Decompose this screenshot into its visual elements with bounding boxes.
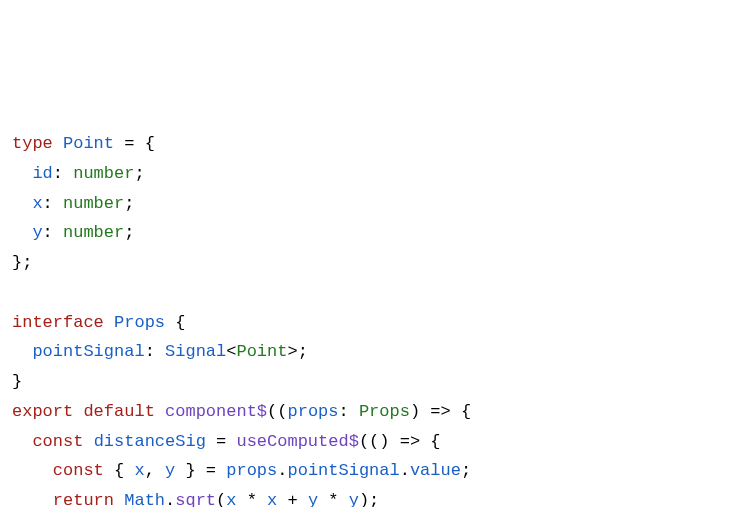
type-number: number xyxy=(73,164,134,183)
punct: = { xyxy=(114,134,155,153)
ref-pointsignal: pointSignal xyxy=(287,461,399,480)
type-number: number xyxy=(63,194,124,213)
fn-usecomputed: useComputed$ xyxy=(236,432,358,451)
interface-name-props: Props xyxy=(114,313,165,332)
ref-x: x xyxy=(267,491,277,507)
keyword-default: default xyxy=(83,402,154,421)
code-block: type Point = { id: number; x: number; y:… xyxy=(12,129,718,507)
keyword-type: type xyxy=(12,134,53,153)
code-line-9: } xyxy=(12,367,718,397)
destruct-y: y xyxy=(165,461,175,480)
var-distancesig: distanceSig xyxy=(94,432,206,451)
ref-y: y xyxy=(349,491,359,507)
code-line-12: const { x, y } = props.pointSignal.value… xyxy=(12,456,718,486)
keyword-interface: interface xyxy=(12,313,104,332)
ref-props: props xyxy=(226,461,277,480)
code-line-4: y: number; xyxy=(12,218,718,248)
code-line-7: interface Props { xyxy=(12,308,718,338)
type-signal: Signal xyxy=(165,342,226,361)
ref-value: value xyxy=(410,461,461,480)
prop-y: y xyxy=(32,223,42,242)
keyword-const: const xyxy=(53,461,104,480)
code-line-10: export default component$((props: Props)… xyxy=(12,397,718,427)
code-line-2: id: number; xyxy=(12,159,718,189)
keyword-return: return xyxy=(53,491,114,507)
param-props: props xyxy=(287,402,338,421)
keyword-export: export xyxy=(12,402,73,421)
prop-x: x xyxy=(32,194,42,213)
code-line-8: pointSignal: Signal<Point>; xyxy=(12,337,718,367)
prop-id: id xyxy=(32,164,52,183)
type-props-ref: Props xyxy=(359,402,410,421)
fn-component: component$ xyxy=(165,402,267,421)
destruct-x: x xyxy=(134,461,144,480)
code-line-3: x: number; xyxy=(12,189,718,219)
code-line-5: }; xyxy=(12,248,718,278)
code-line-1: type Point = { xyxy=(12,129,718,159)
ref-math: Math xyxy=(124,491,165,507)
code-line-11: const distanceSig = useComputed$(() => { xyxy=(12,427,718,457)
ref-x: x xyxy=(226,491,236,507)
type-point-ref: Point xyxy=(236,342,287,361)
code-line-6 xyxy=(12,278,718,308)
ref-y: y xyxy=(308,491,318,507)
code-line-13: return Math.sqrt(x * x + y * y); xyxy=(12,486,718,507)
prop-pointsignal: pointSignal xyxy=(32,342,144,361)
type-name-point: Point xyxy=(63,134,114,153)
type-number: number xyxy=(63,223,124,242)
keyword-const: const xyxy=(32,432,83,451)
fn-sqrt: sqrt xyxy=(175,491,216,507)
